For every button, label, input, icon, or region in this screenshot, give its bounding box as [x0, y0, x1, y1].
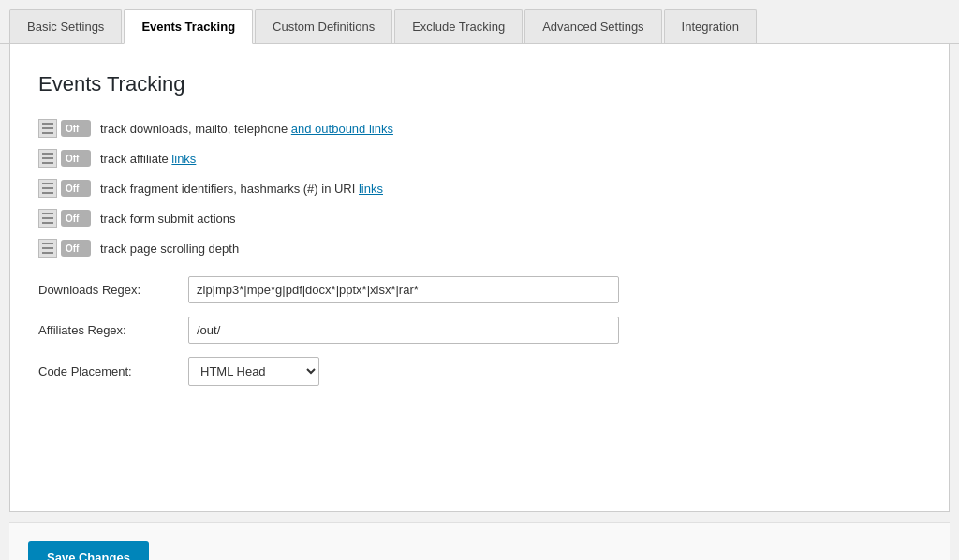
page-wrapper: Basic SettingsEvents TrackingCustom Defi…	[0, 0, 959, 560]
save-button[interactable]: Save Changes	[28, 541, 149, 560]
section-title: Events Tracking	[38, 72, 921, 96]
downloads-regex-row: Downloads Regex:	[38, 276, 921, 303]
code-placement-row: Code Placement: HTML HeadHTML Footer	[38, 357, 921, 386]
toggle-fragment-link[interactable]: links	[359, 182, 383, 196]
code-placement-select[interactable]: HTML HeadHTML Footer	[188, 357, 319, 386]
toggle-downloads-switch[interactable]: Off	[61, 120, 91, 137]
toggle-downloads-label: track downloads, mailto, telephone and o…	[100, 122, 393, 136]
toggle-form-drag-icon[interactable]	[38, 209, 57, 228]
toggle-scroll-row: Offtrack page scrolling depth	[38, 239, 921, 258]
toggle-scroll-drag-icon[interactable]	[38, 239, 57, 258]
toggle-affiliate-label: track affiliate links	[100, 152, 196, 166]
tab-exclude-tracking[interactable]: Exclude Tracking	[394, 9, 523, 43]
toggle-scroll-label: track page scrolling depth	[100, 242, 239, 256]
tab-integration[interactable]: Integration	[664, 9, 757, 43]
footer-area: Save Changes	[9, 522, 950, 560]
tab-advanced-settings[interactable]: Advanced Settings	[524, 9, 661, 43]
tab-custom-definitions[interactable]: Custom Definitions	[255, 9, 392, 43]
downloads-regex-label: Downloads Regex:	[38, 283, 188, 297]
toggle-form-row: Offtrack form submit actions	[38, 209, 921, 228]
toggle-affiliate-drag-icon[interactable]	[38, 149, 57, 168]
affiliates-regex-row: Affiliates Regex:	[38, 317, 921, 344]
toggle-affiliate-row: Offtrack affiliate links	[38, 149, 921, 168]
toggle-form-label: track form submit actions	[100, 212, 236, 226]
toggle-fragment-drag-icon[interactable]	[38, 179, 57, 198]
toggle-form-switch[interactable]: Off	[61, 210, 91, 227]
form-section: Downloads Regex: Affiliates Regex: Code …	[38, 276, 921, 386]
toggle-downloads-drag-icon[interactable]	[38, 119, 57, 138]
tabs-bar: Basic SettingsEvents TrackingCustom Defi…	[0, 0, 959, 44]
toggle-fragment-label: track fragment identifiers, hashmarks (#…	[100, 182, 383, 196]
content-area: Events Tracking Offtrack downloads, mail…	[9, 44, 950, 512]
toggle-affiliate-switch[interactable]: Off	[61, 150, 91, 167]
toggle-affiliate-link[interactable]: links	[171, 152, 196, 166]
toggle-downloads-link[interactable]: and outbound links	[291, 122, 393, 136]
tab-events-tracking[interactable]: Events Tracking	[124, 9, 253, 44]
tab-basic-settings[interactable]: Basic Settings	[9, 9, 122, 43]
toggle-downloads-row: Offtrack downloads, mailto, telephone an…	[38, 119, 921, 138]
code-placement-label: Code Placement:	[38, 364, 188, 378]
downloads-regex-input[interactable]	[188, 276, 619, 303]
toggle-scroll-switch[interactable]: Off	[61, 240, 91, 257]
toggle-fragment-row: Offtrack fragment identifiers, hashmarks…	[38, 179, 921, 198]
affiliates-regex-label: Affiliates Regex:	[38, 323, 188, 337]
toggle-fragment-switch[interactable]: Off	[61, 180, 91, 197]
affiliates-regex-input[interactable]	[188, 317, 619, 344]
toggle-rows-container: Offtrack downloads, mailto, telephone an…	[38, 119, 921, 258]
